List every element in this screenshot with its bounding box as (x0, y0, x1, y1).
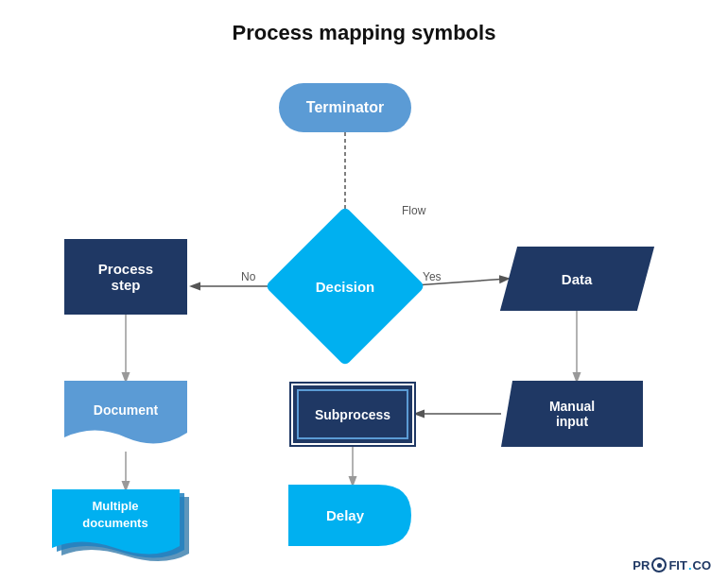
manual-input-label: Manualinput (549, 399, 595, 429)
subprocess-label: Subprocess (315, 407, 390, 422)
logo-o-icon (651, 557, 667, 572)
document-shape: Document (64, 381, 187, 452)
page-title: Process mapping symbols (0, 0, 728, 55)
logo-o-inner (657, 563, 662, 568)
yes-label: Yes (423, 270, 442, 283)
subprocess-shape: Subprocess (291, 384, 414, 445)
svg-text:documents: documents (82, 516, 147, 530)
diagram-area: Terminator Flow Decision No Yes Processs… (0, 55, 728, 581)
terminator-shape: Terminator (279, 83, 411, 132)
multi-doc-svg: Multiple documents (52, 489, 199, 574)
data-shape: Data (500, 247, 654, 311)
logo-text-fit: FIT (668, 558, 687, 572)
logo-dot: . (688, 558, 692, 572)
decision-shape: Decision (288, 230, 402, 343)
process-step-shape: Processstep (64, 239, 187, 315)
terminator-label: Terminator (306, 99, 384, 116)
multi-documents-shape: Multiple documents (52, 489, 199, 574)
delay-shape: Delay (288, 485, 411, 546)
delay-svg: Delay (288, 485, 411, 546)
no-label: No (241, 270, 255, 283)
profit-co-logo: PR FIT . CO (633, 557, 711, 572)
logo-text-co: CO (693, 558, 712, 572)
flow-label: Flow (402, 204, 425, 217)
decision-label: Decision (288, 230, 402, 343)
document-svg: Document (64, 381, 187, 452)
data-label: Data (562, 271, 593, 287)
manual-input-shape: Manualinput (501, 381, 643, 447)
svg-text:Document: Document (94, 402, 159, 418)
svg-text:Delay: Delay (326, 507, 365, 523)
svg-text:Multiple: Multiple (92, 499, 138, 513)
process-step-label: Processstep (98, 261, 153, 293)
logo-text-pr: PR (633, 558, 650, 572)
